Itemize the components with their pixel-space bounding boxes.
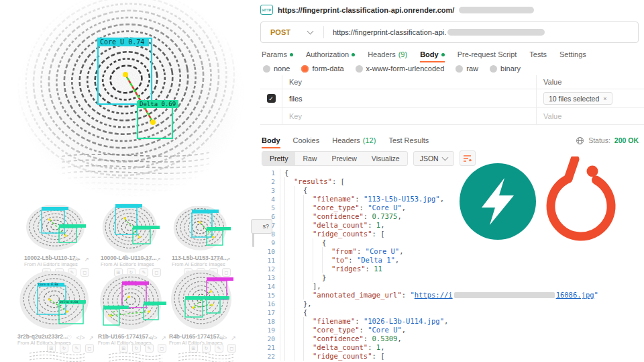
tab-authorization[interactable]: Authorization bbox=[306, 50, 355, 58]
code-token: : bbox=[364, 212, 372, 221]
heart-icon[interactable]: ♡ bbox=[66, 334, 72, 341]
response-tab-headers[interactable]: Headers(12) bbox=[332, 136, 376, 144]
thumbnail-result-6[interactable]: R4b-U165-1774157...From AI Editor's Imag… bbox=[169, 270, 236, 360]
code-line-12: 12"ridges": 11 bbox=[255, 265, 644, 273]
code-token: "ridge_counts" bbox=[313, 352, 372, 361]
thumbnail-fingerprint-image bbox=[172, 206, 231, 253]
thumbnail-partial-2[interactable] bbox=[106, 351, 165, 362]
indent-guide bbox=[284, 230, 294, 238]
tab-settings[interactable]: Settings bbox=[559, 50, 586, 58]
heart-icon[interactable]: ♡ bbox=[62, 256, 67, 263]
thumbnail-result-2[interactable]: 10000-L4b-U110-17...From AI Editor's Ima… bbox=[101, 203, 161, 281]
tab-params[interactable]: Params bbox=[262, 50, 293, 58]
thumbnail-partial-1[interactable] bbox=[27, 349, 89, 362]
code-token: 11 bbox=[374, 265, 382, 273]
value-placeholder[interactable]: Value bbox=[537, 112, 644, 120]
heart-icon[interactable]: ♡ bbox=[209, 334, 214, 341]
annotated-image-link[interactable]: 16086.jpg bbox=[556, 291, 594, 300]
close-icon[interactable]: × bbox=[603, 95, 606, 102]
thumbnail-result-4[interactable]: Core U 0.68Delta 0.683r2b-q2u2u233r2...F… bbox=[17, 271, 94, 360]
body-mode-raw[interactable]: raw bbox=[455, 64, 478, 73]
request-url-input[interactable]: https://fingerprint-classification-api. bbox=[333, 28, 446, 36]
files-selected-chip[interactable]: 10 files selected × bbox=[543, 92, 612, 105]
code-token: { bbox=[284, 169, 288, 177]
embed-icon[interactable]: </> bbox=[218, 334, 227, 341]
flame-tail bbox=[568, 159, 575, 179]
indent-guide bbox=[294, 247, 303, 256]
indent-guide bbox=[284, 308, 294, 317]
view-tab-raw[interactable]: Raw bbox=[295, 152, 324, 165]
body-mode-form-data[interactable]: form-data bbox=[301, 64, 343, 73]
tab-body[interactable]: Body bbox=[420, 50, 445, 58]
code-token: : bbox=[360, 203, 368, 212]
embed-icon[interactable]: </> bbox=[71, 256, 80, 263]
indent-guide bbox=[284, 177, 294, 186]
code-token: : bbox=[360, 326, 368, 334]
body-mode-x-www-form-urlencoded[interactable]: x-www-form-urlencoded bbox=[356, 64, 445, 73]
thumbnail-result-5[interactable]: R1b-U165-1774157...From AI Editor's Imag… bbox=[98, 274, 166, 360]
share-icon[interactable]: ↗ bbox=[156, 256, 161, 263]
code-line-11: 11"to": "Delta 1", bbox=[255, 256, 644, 265]
core-label: Core U 0.74 bbox=[100, 38, 144, 46]
method-selector[interactable]: POST bbox=[270, 28, 290, 36]
indent-guide bbox=[284, 203, 294, 212]
response-tabs: BodyCookiesHeaders(12)Test Results Statu… bbox=[262, 134, 639, 146]
line-number: 1 bbox=[255, 169, 280, 177]
delta-label: Delta 0.69 bbox=[140, 101, 176, 107]
tab-headers[interactable]: Headers(9) bbox=[368, 50, 407, 58]
embed-icon[interactable]: </> bbox=[143, 256, 152, 263]
row-checkbox[interactable]: ✓ bbox=[267, 94, 276, 103]
code-token: "113-L5b-U153.jpg" bbox=[364, 195, 440, 203]
thumbnail-fingerprint-image bbox=[169, 270, 236, 333]
code-token: : bbox=[357, 247, 366, 256]
view-tab-pretty[interactable]: Pretty bbox=[262, 152, 295, 165]
heart-icon[interactable]: ♡ bbox=[139, 334, 144, 341]
response-tab-cookies[interactable]: Cookies bbox=[293, 136, 320, 144]
address-text[interactable]: https://fingerprint-classification-api.o… bbox=[278, 6, 454, 14]
code-line-16: 16}, bbox=[255, 300, 644, 308]
response-tab-test-results[interactable]: Test Results bbox=[388, 136, 429, 144]
heart-icon[interactable]: ♡ bbox=[133, 256, 139, 263]
tab-tests[interactable]: Tests bbox=[529, 50, 547, 58]
line-number: 18 bbox=[255, 317, 280, 326]
response-tab-body[interactable]: Body bbox=[262, 136, 280, 144]
chevron-down-icon[interactable] bbox=[307, 28, 314, 35]
body-mode-none[interactable]: none bbox=[263, 64, 290, 73]
indent-guide bbox=[303, 230, 313, 238]
language-select[interactable]: JSON bbox=[413, 151, 454, 166]
annotated-fingerprint-image[interactable]: Core U 0.74 Delta 0.69 bbox=[0, 0, 255, 208]
indent-guide bbox=[294, 334, 303, 343]
code-token: "results" bbox=[294, 177, 332, 186]
line-number: 22 bbox=[255, 352, 280, 361]
indent-guide bbox=[294, 317, 303, 326]
share-icon[interactable]: ↗ bbox=[231, 334, 236, 341]
share-icon[interactable]: ↗ bbox=[89, 334, 94, 341]
indent-guide bbox=[284, 212, 294, 221]
thumbnail-result-1[interactable]: 10002-L5b-U110-17...From AI Editor's Ima… bbox=[24, 205, 89, 281]
code-token: : bbox=[348, 256, 357, 265]
indent-guide bbox=[303, 352, 313, 361]
share-icon[interactable]: ↗ bbox=[225, 256, 231, 263]
code-token: , bbox=[397, 334, 401, 343]
tab-pre-request-script[interactable]: Pre-request Script bbox=[458, 50, 517, 58]
view-tab-preview[interactable]: Preview bbox=[324, 152, 364, 165]
thumbnail-caption[interactable]: 3r2b-q2u2u233r2... bbox=[17, 333, 68, 340]
share-icon[interactable]: ↗ bbox=[161, 334, 166, 341]
key-cell[interactable]: files bbox=[282, 89, 537, 107]
code-token: "delta_count" bbox=[313, 221, 368, 230]
key-placeholder[interactable]: Key bbox=[282, 108, 537, 124]
embed-icon[interactable]: </> bbox=[76, 334, 85, 341]
embed-icon[interactable]: </> bbox=[213, 256, 221, 263]
annotated-image-link[interactable]: https://i bbox=[415, 291, 453, 300]
green-dot-icon bbox=[441, 53, 445, 56]
embed-icon[interactable]: </> bbox=[148, 334, 157, 341]
line-number: 11 bbox=[255, 256, 280, 265]
heart-icon[interactable]: ♡ bbox=[203, 256, 209, 263]
share-icon[interactable]: ↗ bbox=[84, 256, 89, 263]
line-number: 14 bbox=[255, 282, 280, 291]
code-token: : bbox=[355, 317, 364, 326]
body-mode-binary[interactable]: binary bbox=[490, 64, 521, 73]
code-token: "core_type" bbox=[313, 203, 360, 212]
view-tab-visualize[interactable]: Visualize bbox=[364, 152, 407, 165]
thumbnail-partial-3[interactable] bbox=[176, 350, 236, 362]
